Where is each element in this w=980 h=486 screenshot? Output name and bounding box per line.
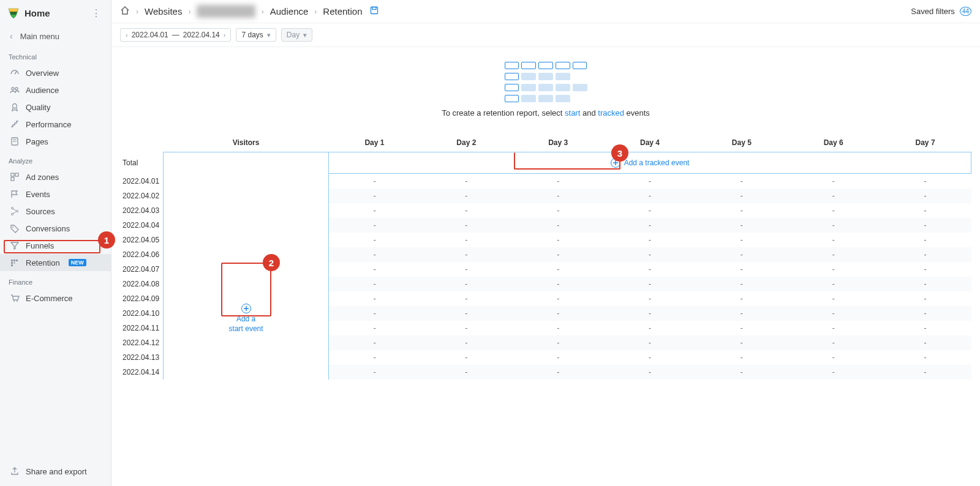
data-cell: - (788, 306, 880, 321)
data-cell: - (512, 321, 604, 335)
sidebar-item-ecommerce[interactable]: E-Commerce (0, 290, 111, 307)
data-cell: - (696, 174, 788, 189)
svg-rect-22 (371, 7, 377, 14)
crumb-sep-icon: › (314, 7, 317, 16)
date-cell: 2022.04.12 (120, 335, 164, 350)
data-cell: - (788, 321, 880, 335)
branch-icon (10, 206, 20, 216)
sidebar-item-performance[interactable]: Performance (0, 116, 111, 133)
callout-badge-3: 3 (611, 144, 628, 162)
sidebar-item-label: Performance (26, 120, 71, 129)
data-cell: - (420, 262, 512, 277)
data-cell: - (880, 277, 971, 291)
data-cell: - (420, 247, 512, 262)
main-menu-back[interactable]: ‹ Main menu (0, 26, 111, 46)
data-cell: - (329, 174, 421, 189)
data-cell: - (880, 189, 971, 203)
chevron-down-icon: ▾ (303, 31, 307, 39)
main-area: › Websites › site › Audience › Retention… (111, 0, 980, 486)
data-cell: - (420, 291, 512, 306)
chevron-left-icon: ‹ (10, 31, 13, 41)
svg-rect-7 (11, 173, 14, 176)
sidebar-header: Home ⋮ (0, 0, 111, 26)
data-cell: - (420, 321, 512, 335)
main-menu-label: Main menu (20, 32, 59, 41)
data-cell: - (604, 277, 696, 291)
data-cell: - (696, 262, 788, 277)
breadcrumb-websites[interactable]: Websites (145, 6, 182, 17)
sidebar-item-label: Audience (26, 86, 59, 95)
data-cell: - (788, 262, 880, 277)
sidebar-item-events[interactable]: Events (0, 185, 111, 203)
saved-filters-count: 44 (960, 7, 971, 16)
data-cell: - (420, 335, 512, 350)
breadcrumb-audience[interactable]: Audience (270, 6, 309, 17)
sidebar-item-pages[interactable]: Pages (0, 133, 111, 150)
save-report-icon[interactable] (370, 6, 379, 17)
data-cell: - (880, 365, 971, 379)
filter-bar: ‹ 2022.04.01 — 2022.04.14 › 7 days ▾ Day… (111, 23, 980, 47)
data-cell: - (696, 189, 788, 203)
date-cell: 2022.04.03 (120, 203, 164, 218)
date-range-picker[interactable]: ‹ 2022.04.01 — 2022.04.14 › (120, 28, 231, 42)
start-link[interactable]: start (565, 108, 580, 118)
data-cell: - (696, 233, 788, 247)
flag-icon (10, 189, 20, 199)
callout-badge-2: 2 (263, 254, 280, 271)
granularity-select[interactable]: Day ▾ (281, 28, 312, 42)
total-label: Total (120, 152, 164, 174)
sidebar-item-funnels[interactable]: Funnels (0, 237, 111, 254)
data-cell: - (696, 247, 788, 262)
grid-icon (10, 172, 20, 182)
sidebar-item-label: Events (26, 190, 50, 199)
data-cell: - (880, 335, 971, 350)
data-cell: - (788, 203, 880, 218)
data-cell: - (604, 262, 696, 277)
retention-table: Visitors Day 1 Day 2 Day 3 Day 4 Day 5 D… (120, 133, 971, 379)
topbar: › Websites › site › Audience › Retention… (111, 0, 980, 23)
saved-filters-link[interactable]: Saved filters (911, 7, 955, 16)
sidebar-item-retention[interactable]: RetentionNEW (0, 254, 111, 271)
sidebar-item-quality[interactable]: Quality (0, 99, 111, 116)
data-cell: - (329, 306, 421, 321)
sidebar-item-overview[interactable]: Overview (0, 64, 111, 81)
data-cell: - (604, 291, 696, 306)
tracked-link[interactable]: tracked (598, 108, 624, 118)
sidebar-item-conversions[interactable]: Conversions (0, 220, 111, 237)
data-cell: - (788, 365, 880, 379)
tag-icon (10, 223, 20, 233)
svg-point-20 (13, 301, 15, 302)
date-cell: 2022.04.06 (120, 247, 164, 262)
data-cell: - (329, 218, 421, 233)
add-tracked-event-button[interactable]: Add a tracked event (333, 155, 967, 170)
data-cell: - (329, 365, 421, 379)
kebab-menu-icon[interactable]: ⋮ (89, 6, 104, 20)
data-cell: - (604, 203, 696, 218)
col-day-5: Day 5 (696, 133, 788, 152)
data-cell: - (329, 233, 421, 247)
svg-rect-15 (13, 260, 15, 261)
sidebar-item-label: Ad zones (26, 173, 59, 182)
svg-point-2 (15, 88, 18, 90)
people-icon (10, 85, 20, 95)
period-select[interactable]: 7 days ▾ (236, 28, 276, 42)
data-cell: - (604, 247, 696, 262)
svg-rect-18 (13, 262, 15, 264)
sidebar-item-label: Conversions (26, 224, 70, 233)
data-cell: - (512, 335, 604, 350)
chevron-down-icon: ▾ (267, 31, 271, 39)
data-cell: - (512, 306, 604, 321)
data-cell: - (788, 291, 880, 306)
breadcrumb-site[interactable]: site (197, 5, 255, 18)
sidebar-item-audience[interactable]: Audience (0, 81, 111, 99)
data-cell: - (512, 233, 604, 247)
sidebar-item-adzones[interactable]: Ad zones (0, 168, 111, 185)
date-sep: — (172, 31, 179, 39)
sidebar-item-label: E-Commerce (26, 294, 73, 303)
add-start-event-button[interactable]: Add a start event (167, 304, 325, 333)
data-cell: - (880, 218, 971, 233)
home-icon[interactable] (120, 6, 130, 17)
sidebar-item-sources[interactable]: Sources (0, 203, 111, 220)
share-export[interactable]: Share and export (0, 463, 111, 480)
data-cell: - (512, 277, 604, 291)
